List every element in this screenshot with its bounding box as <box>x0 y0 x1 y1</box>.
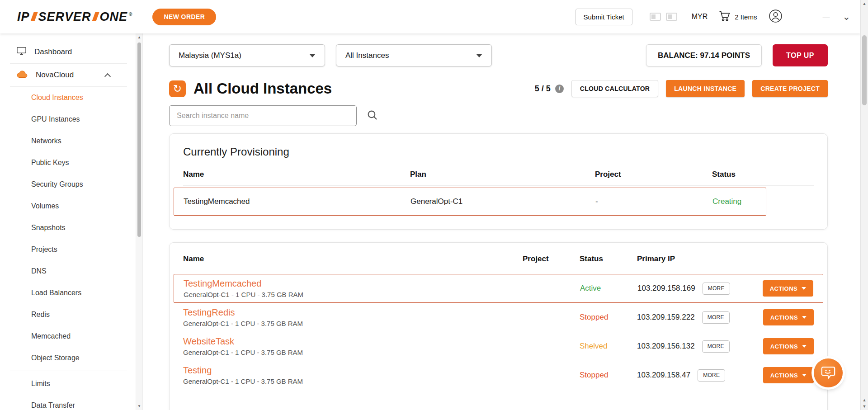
caret-down-icon <box>802 374 807 377</box>
sidebar-item-load-balancers[interactable]: Load Balancers <box>0 282 142 304</box>
actions-button[interactable]: ACTIONS <box>763 280 813 297</box>
create-project-button[interactable]: CREATE PROJECT <box>752 80 828 97</box>
actions-button[interactable]: ACTIONS <box>763 338 814 354</box>
search-input[interactable] <box>169 105 357 126</box>
profile-menu-button[interactable] <box>769 9 783 25</box>
column-header-name: Name <box>183 254 523 264</box>
column-header-primary-ip: Primary IP <box>637 254 755 264</box>
minimize-dash-icon[interactable]: — <box>822 13 830 21</box>
scroll-up-arrow-icon[interactable]: ▲ <box>861 1 868 6</box>
cart-icon <box>718 10 731 24</box>
sidebar-item-snapshots[interactable]: Snapshots <box>0 217 142 239</box>
top-up-button[interactable]: TOP UP <box>773 44 828 66</box>
sidebar-item-cloud-instances[interactable]: Cloud Instances <box>0 87 142 108</box>
page-scrollbar-thumb[interactable] <box>862 35 867 105</box>
provisioning-table-header: Name Plan Project Status <box>183 170 814 186</box>
currency-label[interactable]: MYR <box>692 13 708 21</box>
instance-name-link[interactable]: Testing <box>183 365 523 376</box>
refresh-button[interactable]: ↻ <box>169 80 186 97</box>
chevron-down-icon[interactable]: ⌄ <box>842 14 850 19</box>
balance-button[interactable]: BALANCE: 97.14 POINTS <box>646 44 762 66</box>
sidebar-item-security-groups[interactable]: Security Groups <box>0 174 142 195</box>
instance-spec: GeneralOpt-C1 - 1 CPU - 3.75 GB RAM <box>183 320 523 327</box>
ipserverone-logo[interactable]: IPSERVERONE® <box>17 10 132 24</box>
sidebar-item-dns[interactable]: DNS <box>0 260 142 282</box>
scroll-up-arrow-icon[interactable]: ▲ <box>136 35 142 39</box>
provisioning-plan: GeneralOpt-C1 <box>410 197 595 206</box>
filters-toolbar: Malaysia (MYS1a) All Instances BALANCE: … <box>169 44 828 66</box>
sidebar-item-redis[interactable]: Redis <box>0 304 142 325</box>
instance-status: Shelved <box>580 342 637 351</box>
more-button[interactable]: MORE <box>703 283 730 295</box>
instance-status: Stopped <box>580 371 637 380</box>
scroll-down-arrow-icon[interactable]: ▼ <box>136 404 142 408</box>
cloud-icon <box>16 70 28 81</box>
sidebar-item-novacloud[interactable]: NovaCloud <box>0 64 142 86</box>
logo-text-one: ONE <box>100 10 128 24</box>
instance-row[interactable]: TestingMemcached GeneralOpt-C1 - 1 CPU -… <box>174 274 823 303</box>
sidebar-item-memcached[interactable]: Memcached <box>0 325 142 347</box>
submit-ticket-button[interactable]: Submit Ticket <box>576 9 632 25</box>
main-content: Malaysia (MYS1a) All Instances BALANCE: … <box>143 33 860 410</box>
instance-spec: GeneralOpt-C1 - 1 CPU - 3.75 GB RAM <box>184 291 523 298</box>
page-scrollbar[interactable]: ▲ ▲ ▼ <box>860 0 868 410</box>
sidebar-item-limits[interactable]: Limits <box>0 373 142 395</box>
user-avatar-icon <box>769 9 783 25</box>
column-header-project: Project <box>595 170 712 179</box>
more-button[interactable]: MORE <box>698 369 725 382</box>
sidebar-item-object-storage[interactable]: Object Storage <box>0 347 142 369</box>
sidebar-scrollbar-thumb[interactable] <box>137 42 141 237</box>
chevron-up-icon <box>104 73 111 79</box>
page-title-actions: 5 / 5 i CLOUD CALCULATOR LAUNCH INSTANCE… <box>535 80 828 97</box>
actions-label: ACTIONS <box>770 372 798 379</box>
actions-button[interactable]: ACTIONS <box>763 309 814 325</box>
sidebar-item-projects[interactable]: Projects <box>0 239 142 260</box>
page-title-row: ↻ All Cloud Instances 5 / 5 i CLOUD CALC… <box>169 80 828 97</box>
sidebar-item-volumes[interactable]: Volumes <box>0 195 142 217</box>
launch-instance-button[interactable]: LAUNCH INSTANCE <box>666 80 745 97</box>
sidebar-item-public-keys[interactable]: Public Keys <box>0 152 142 174</box>
caret-down-icon <box>802 345 807 348</box>
provisioning-name: TestingMemcached <box>184 197 410 206</box>
sidebar-item-gpu-instances[interactable]: GPU Instances <box>0 108 142 130</box>
region-select[interactable]: Malaysia (MYS1a) <box>169 44 325 66</box>
search-icon[interactable] <box>367 109 378 123</box>
sidebar-nav: Dashboard NovaCloud Cloud Instances GPU … <box>0 33 142 410</box>
cloud-calculator-button[interactable]: CLOUD CALCULATOR <box>571 80 658 97</box>
registered-mark: ® <box>129 12 132 17</box>
more-button[interactable]: MORE <box>702 311 730 324</box>
actions-button[interactable]: ACTIONS <box>763 367 814 383</box>
top-bar: IPSERVERONE® NEW ORDER Submit Ticket MYR… <box>0 0 860 33</box>
actions-label: ACTIONS <box>770 314 798 321</box>
logo-text-ip: IP <box>17 10 30 24</box>
more-button[interactable]: MORE <box>702 340 730 353</box>
instance-name-link[interactable]: TestingRedis <box>183 307 523 318</box>
column-header-name: Name <box>183 170 410 179</box>
instance-name-cell: Testing GeneralOpt-C1 - 1 CPU - 3.75 GB … <box>183 365 523 385</box>
instance-row[interactable]: WebsiteTask GeneralOpt-C1 - 1 CPU - 3.75… <box>174 332 823 361</box>
provisioning-status: Creating <box>712 197 766 206</box>
sidebar-item-dashboard[interactable]: Dashboard <box>0 41 142 63</box>
scroll-up-arrow-icon[interactable]: ▲ <box>863 398 867 402</box>
instance-row[interactable]: TestingRedis GeneralOpt-C1 - 1 CPU - 3.7… <box>174 303 823 332</box>
instance-filter-select[interactable]: All Instances <box>336 44 492 66</box>
info-icon[interactable]: i <box>555 85 564 93</box>
provisioning-row[interactable]: TestingMemcached GeneralOpt-C1 - Creatin… <box>174 188 766 216</box>
scroll-arrows[interactable]: ▲ ▼ <box>861 398 868 409</box>
sidebar-item-networks[interactable]: Networks <box>0 130 142 152</box>
sidebar-scrollbar[interactable]: ▲ ▼ <box>136 33 142 410</box>
actions-label: ACTIONS <box>770 343 798 350</box>
sidebar-item-data-transfer[interactable]: Data Transfer <box>0 395 142 410</box>
instance-name-link[interactable]: WebsiteTask <box>183 336 523 347</box>
new-order-button[interactable]: NEW ORDER <box>152 9 216 25</box>
caret-down-icon <box>802 287 806 290</box>
scroll-down-arrow-icon[interactable]: ▼ <box>863 404 867 409</box>
live-chat-button[interactable] <box>814 358 843 387</box>
instance-row[interactable]: Testing GeneralOpt-C1 - 1 CPU - 3.75 GB … <box>174 361 823 390</box>
chat-bubble-icon <box>820 364 836 382</box>
cart-button[interactable]: 2 Items <box>718 10 757 24</box>
instance-name-link[interactable]: TestingMemcached <box>184 278 523 289</box>
instance-ip: 103.209.158.47 <box>637 371 690 380</box>
instance-ip-cell: 103.209.158.169 MORE <box>637 283 755 295</box>
instance-ip-cell: 103.209.158.47 MORE <box>637 369 755 382</box>
